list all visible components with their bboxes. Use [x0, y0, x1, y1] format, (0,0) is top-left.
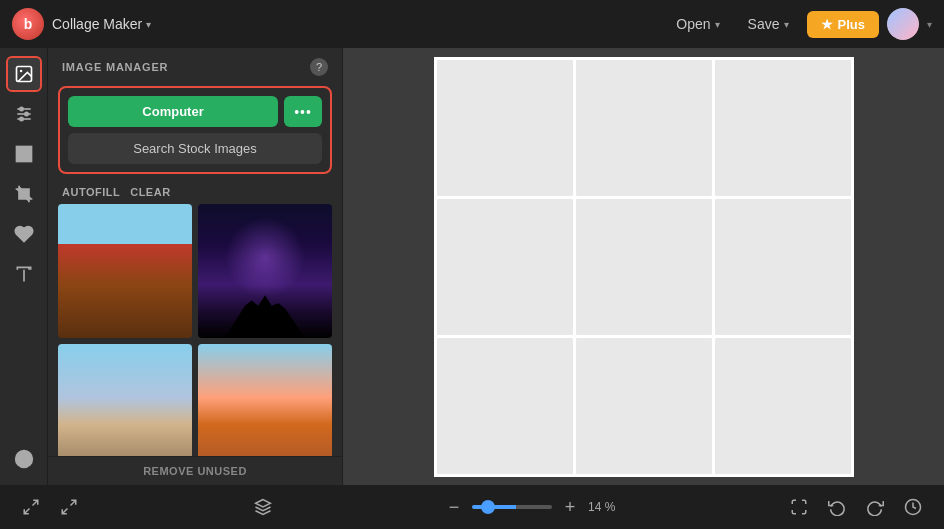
upload-row: Computer •••	[68, 96, 322, 127]
collage-cell[interactable]	[437, 199, 573, 335]
undo-button[interactable]	[822, 492, 852, 522]
image-grid	[58, 204, 332, 456]
upload-section: Computer ••• Search Stock Images	[58, 86, 332, 174]
main-area: IMAGE MANAGER ? Computer ••• Search Stoc…	[0, 48, 944, 485]
svg-line-15	[24, 509, 29, 514]
app-logo: b	[12, 8, 44, 40]
zoom-controls: − + 14 %	[442, 492, 620, 522]
expand-button[interactable]	[54, 492, 84, 522]
svg-rect-11	[24, 155, 31, 162]
layers-button[interactable]	[248, 492, 278, 522]
list-item[interactable]	[58, 344, 192, 456]
open-button[interactable]: Open ▾	[666, 10, 729, 38]
collage-cell[interactable]	[576, 199, 712, 335]
more-options-button[interactable]: •••	[284, 96, 322, 127]
history-button[interactable]	[898, 492, 928, 522]
sidebar-item-adjustments[interactable]	[6, 96, 42, 132]
icon-sidebar	[0, 48, 48, 485]
collage-cell[interactable]	[437, 60, 573, 196]
sidebar-item-crop[interactable]	[6, 176, 42, 212]
fit-width-button[interactable]	[784, 492, 814, 522]
panel-help-button[interactable]: ?	[310, 58, 328, 76]
svg-rect-10	[16, 155, 23, 162]
collage-cell[interactable]	[576, 338, 712, 474]
svg-point-6	[24, 112, 27, 115]
avatar[interactable]	[887, 8, 919, 40]
app-name-chevron: ▾	[146, 19, 151, 30]
topbar: b Collage Maker ▾ Open ▾ Save ▾ ★ Plus ▾	[0, 0, 944, 48]
autofill-button[interactable]: AUTOFILL	[62, 186, 120, 198]
panel-title: IMAGE MANAGER	[62, 61, 168, 73]
sidebar-item-image-manager[interactable]	[6, 56, 42, 92]
sidebar-item-favorites[interactable]	[6, 216, 42, 252]
avatar-chevron: ▾	[927, 19, 932, 30]
panel-header: IMAGE MANAGER ?	[48, 48, 342, 82]
left-panel: IMAGE MANAGER ? Computer ••• Search Stoc…	[48, 48, 343, 485]
collage-cell[interactable]	[715, 60, 851, 196]
fit-screen-button[interactable]	[16, 492, 46, 522]
action-row: AUTOFILL CLEAR	[48, 182, 342, 204]
svg-rect-9	[24, 147, 31, 154]
collage-canvas	[434, 57, 854, 477]
svg-marker-18	[256, 500, 271, 508]
zoom-value: 14 %	[588, 500, 620, 514]
zoom-slider[interactable]	[472, 505, 552, 509]
sidebar-item-layout[interactable]	[6, 136, 42, 172]
svg-point-5	[19, 107, 22, 110]
remove-unused-button[interactable]: REMOVE UNUSED	[48, 456, 342, 485]
collage-cell[interactable]	[437, 338, 573, 474]
list-item[interactable]	[198, 204, 332, 338]
image-grid-container	[48, 204, 342, 456]
help-section	[6, 441, 42, 477]
clear-button[interactable]: CLEAR	[130, 186, 170, 198]
save-button[interactable]: Save ▾	[738, 10, 799, 38]
zoom-out-button[interactable]: −	[442, 492, 466, 522]
list-item[interactable]	[58, 204, 192, 338]
plus-button[interactable]: ★ Plus	[807, 11, 879, 38]
svg-line-17	[62, 509, 67, 514]
redo-button[interactable]	[860, 492, 890, 522]
computer-button[interactable]: Computer	[68, 96, 278, 127]
collage-cell[interactable]	[715, 338, 851, 474]
collage-cell[interactable]	[715, 199, 851, 335]
zoom-in-button[interactable]: +	[558, 492, 582, 522]
svg-line-14	[33, 500, 38, 505]
help-button[interactable]	[6, 441, 42, 477]
svg-point-7	[19, 117, 22, 120]
svg-point-1	[19, 70, 21, 73]
app-name: Collage Maker ▾	[52, 16, 151, 32]
canvas-area	[343, 48, 944, 485]
collage-cell[interactable]	[576, 60, 712, 196]
bottom-bar: − + 14 %	[0, 485, 944, 529]
sidebar-item-text[interactable]	[6, 256, 42, 292]
svg-line-16	[71, 500, 76, 505]
list-item[interactable]	[198, 344, 332, 456]
search-stock-button[interactable]: Search Stock Images	[68, 133, 322, 164]
svg-rect-8	[16, 147, 23, 154]
